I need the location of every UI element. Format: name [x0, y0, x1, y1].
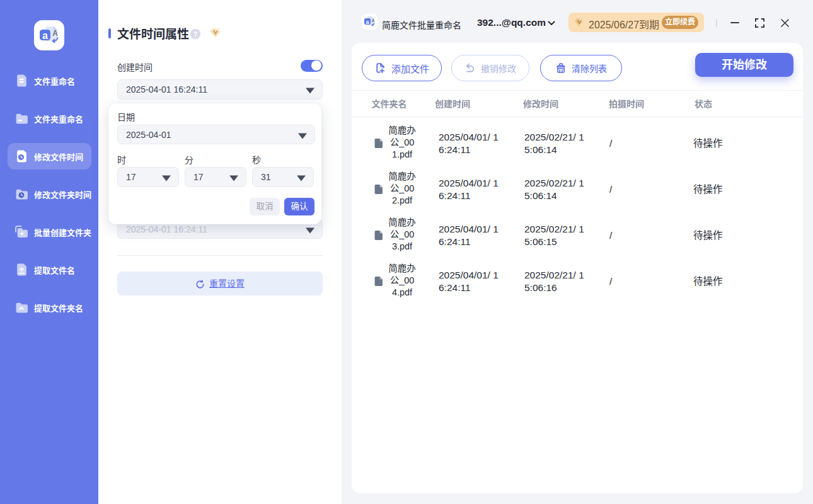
- svg-text:a: a: [42, 30, 48, 41]
- svg-text:A: A: [372, 18, 375, 23]
- svg-text:A: A: [52, 29, 58, 38]
